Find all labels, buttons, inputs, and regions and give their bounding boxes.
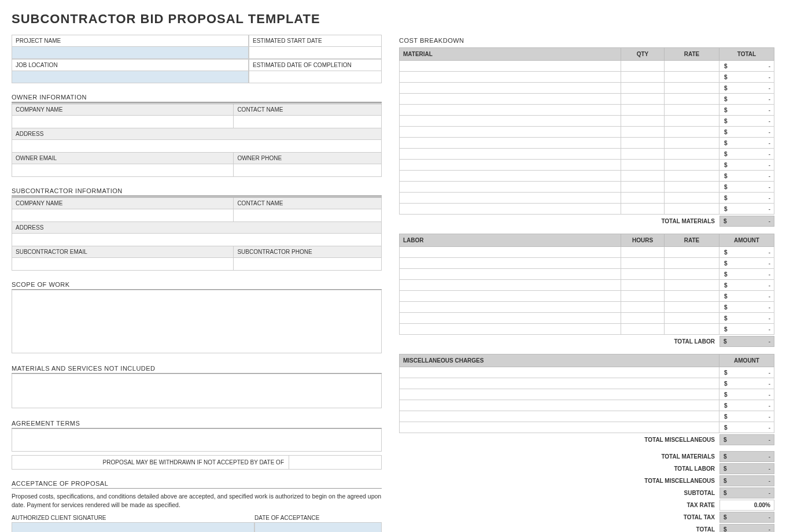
cell[interactable] <box>400 94 621 105</box>
cell[interactable] <box>621 116 665 127</box>
cell[interactable] <box>621 247 665 258</box>
owner-company-input[interactable] <box>12 116 234 128</box>
cell[interactable] <box>665 204 719 215</box>
cell[interactable] <box>621 269 665 280</box>
owner-address-input[interactable] <box>12 140 382 153</box>
cell: $- <box>719 160 774 171</box>
qty-header: QTY <box>621 48 665 61</box>
cell[interactable] <box>400 400 719 411</box>
table-row: $- <box>400 324 774 335</box>
cell[interactable] <box>400 269 621 280</box>
cell[interactable] <box>665 182 719 193</box>
cell[interactable] <box>665 94 719 105</box>
cell[interactable] <box>621 324 665 335</box>
cell[interactable] <box>621 127 665 138</box>
cell[interactable] <box>665 280 719 291</box>
cell[interactable] <box>665 116 719 127</box>
sub-contact-label: CONTACT NAME <box>234 197 382 209</box>
cell[interactable] <box>621 105 665 116</box>
signature-input[interactable] <box>12 522 254 532</box>
cell[interactable] <box>621 313 665 324</box>
cell[interactable] <box>665 72 719 83</box>
cell[interactable] <box>665 247 719 258</box>
cell[interactable] <box>400 324 621 335</box>
cell[interactable] <box>665 149 719 160</box>
cell[interactable] <box>665 324 719 335</box>
cell[interactable] <box>621 83 665 94</box>
cell[interactable] <box>400 160 621 171</box>
cell[interactable] <box>400 280 621 291</box>
cell[interactable] <box>621 160 665 171</box>
cell[interactable] <box>621 193 665 204</box>
cell[interactable] <box>400 83 621 94</box>
estimated-completion-input[interactable] <box>249 71 382 83</box>
cell[interactable] <box>400 171 621 182</box>
table-row: $- <box>400 389 774 400</box>
estimated-start-input[interactable] <box>249 46 382 59</box>
cell[interactable] <box>400 116 621 127</box>
cell[interactable] <box>621 72 665 83</box>
cell[interactable] <box>665 258 719 269</box>
cell[interactable] <box>665 313 719 324</box>
cell[interactable] <box>400 302 621 313</box>
cell: $- <box>719 313 774 324</box>
cell[interactable] <box>400 411 719 422</box>
cell[interactable] <box>665 105 719 116</box>
cell[interactable] <box>400 138 621 149</box>
cell[interactable] <box>400 61 621 72</box>
cell[interactable] <box>621 171 665 182</box>
cell[interactable] <box>665 291 719 302</box>
withdraw-date-input[interactable] <box>289 456 381 469</box>
cell[interactable] <box>665 302 719 313</box>
cell[interactable] <box>621 258 665 269</box>
sub-company-input[interactable] <box>12 209 234 222</box>
cell[interactable] <box>400 182 621 193</box>
owner-phone-input[interactable] <box>234 164 382 177</box>
cell[interactable] <box>665 127 719 138</box>
cell[interactable] <box>400 367 719 378</box>
cell[interactable] <box>665 61 719 72</box>
cell[interactable] <box>621 302 665 313</box>
sub-email-input[interactable] <box>12 258 234 271</box>
cell[interactable] <box>621 280 665 291</box>
cell[interactable] <box>621 138 665 149</box>
sub-address-input[interactable] <box>12 234 382 246</box>
cell[interactable] <box>400 72 621 83</box>
page-columns: PROJECT NAME ESTIMATED START DATE JOB LO… <box>12 35 774 532</box>
project-name-input[interactable] <box>12 46 249 59</box>
agreement-input[interactable] <box>12 428 382 452</box>
cell[interactable] <box>665 138 719 149</box>
cell[interactable] <box>621 61 665 72</box>
cell[interactable] <box>621 204 665 215</box>
cell[interactable] <box>665 269 719 280</box>
cell[interactable] <box>665 83 719 94</box>
cell[interactable] <box>400 258 621 269</box>
owner-contact-input[interactable] <box>234 116 382 128</box>
sub-phone-input[interactable] <box>234 258 382 271</box>
cell[interactable] <box>665 160 719 171</box>
cell[interactable] <box>400 422 719 433</box>
cell[interactable] <box>400 149 621 160</box>
cell[interactable] <box>400 291 621 302</box>
cell[interactable] <box>400 378 719 389</box>
cell[interactable] <box>400 105 621 116</box>
cell[interactable] <box>621 149 665 160</box>
cell[interactable] <box>400 247 621 258</box>
date-acceptance-input[interactable] <box>254 522 382 532</box>
cell[interactable] <box>400 204 621 215</box>
cell[interactable] <box>621 94 665 105</box>
cell[interactable] <box>400 193 621 204</box>
not-included-input[interactable] <box>12 374 382 408</box>
sub-contact-input[interactable] <box>234 209 382 222</box>
cell[interactable] <box>621 291 665 302</box>
job-location-input[interactable] <box>12 71 249 83</box>
owner-email-input[interactable] <box>12 164 234 177</box>
cell[interactable] <box>665 171 719 182</box>
cell[interactable] <box>400 313 621 324</box>
cell[interactable] <box>400 127 621 138</box>
cell[interactable] <box>621 182 665 193</box>
tax-rate-value[interactable]: 0.00% <box>719 500 774 511</box>
scope-input[interactable] <box>12 290 382 353</box>
cell[interactable] <box>665 193 719 204</box>
cell[interactable] <box>400 389 719 400</box>
